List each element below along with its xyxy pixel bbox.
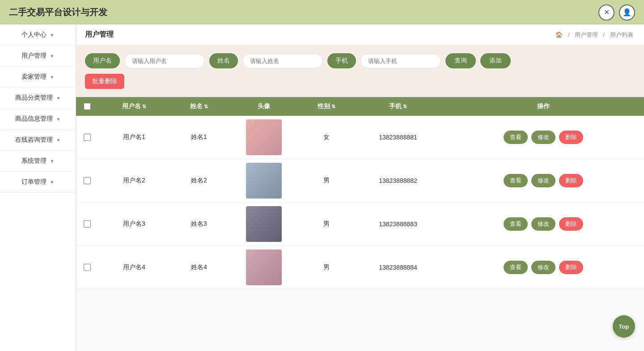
table-row: 用户名2 姓名2 男 13823888882 查看 修改 删除 (76, 159, 644, 203)
close-icon[interactable]: ✕ (598, 4, 614, 21)
row1-gender: 女 (300, 133, 353, 141)
row1-edit-button[interactable]: 修改 (531, 131, 555, 144)
row3-delete-button[interactable]: 删除 (559, 217, 583, 231)
user-table: 用户名 ⇅ 姓名 ⇅ 头像 性别 ⇅ 手机 ⇅ 操作 (76, 97, 644, 289)
th-avatar: 头像 (228, 102, 300, 110)
row3-name: 姓名3 (170, 220, 228, 228)
sort-name-icon[interactable]: ⇅ (204, 104, 208, 109)
sort-phone-icon[interactable]: ⇅ (403, 104, 407, 109)
avatar-img (246, 250, 282, 285)
row4-edit-button[interactable]: 修改 (531, 261, 555, 274)
breadcrumb-home: 🏠 (555, 31, 563, 38)
row2-view-button[interactable]: 查看 (504, 174, 528, 187)
select-all-checkbox[interactable] (84, 103, 91, 110)
row3-checkbox[interactable] (84, 220, 91, 228)
main-layout: 个人中心 ▼ 用户管理 ▼ 卖家管理 ▼ 商品分类管理 ▼ 商品信息管理 ▼ 在… (0, 25, 644, 351)
app-title: 二手交易平台设计与开发 (9, 6, 107, 18)
avatar-img (246, 206, 282, 242)
sidebar-item-consult-mgmt[interactable]: 在线咨询管理 ▼ (0, 130, 76, 151)
sidebar-item-user-mgmt[interactable]: 用户管理 ▼ (0, 46, 76, 67)
scroll-to-top-button[interactable]: Top (613, 315, 635, 338)
sidebar-item-seller-mgmt[interactable]: 卖家管理 ▼ (0, 67, 76, 88)
page-title: 用户管理 (85, 30, 114, 39)
row4-phone: 13823888884 (353, 264, 443, 271)
search-area: 用户名 姓名 手机 查询 添加 批量删除 (76, 45, 644, 97)
phone-label: 手机 (327, 53, 356, 68)
breadcrumb-level2: 用户列表 (610, 31, 633, 38)
row4-avatar (228, 250, 300, 285)
chevron-down-icon: ▼ (50, 33, 54, 38)
table-row: 用户名1 姓名1 女 13823888881 查看 修改 删除 (76, 116, 644, 159)
sidebar-item-system-mgmt[interactable]: 系统管理 ▼ (0, 151, 76, 172)
row3-phone: 13823888883 (353, 220, 443, 228)
chevron-down-icon: ▼ (56, 96, 60, 101)
row3-view-button[interactable]: 查看 (504, 217, 528, 231)
sidebar: 个人中心 ▼ 用户管理 ▼ 卖家管理 ▼ 商品分类管理 ▼ 商品信息管理 ▼ 在… (0, 25, 76, 351)
th-username: 用户名 ⇅ (98, 102, 170, 110)
row2-check (76, 177, 98, 184)
table-row: 用户名4 姓名4 男 13823888884 查看 修改 删除 (76, 246, 644, 289)
row3-avatar (228, 206, 300, 242)
row4-view-button[interactable]: 查看 (504, 261, 528, 274)
row1-view-button[interactable]: 查看 (504, 131, 528, 144)
row1-username: 用户名1 (98, 133, 170, 141)
table-header: 用户名 ⇅ 姓名 ⇅ 头像 性别 ⇅ 手机 ⇅ 操作 (76, 97, 644, 116)
row1-checkbox[interactable] (84, 134, 91, 141)
row1-phone: 13823888881 (353, 134, 443, 141)
row4-checkbox[interactable] (84, 264, 91, 271)
row3-actions: 查看 修改 删除 (443, 217, 644, 231)
row2-delete-button[interactable]: 删除 (559, 174, 583, 187)
search-row: 用户名 姓名 手机 查询 添加 (85, 53, 635, 68)
chevron-down-icon: ▼ (50, 180, 54, 185)
query-button[interactable]: 查询 (445, 53, 476, 68)
sidebar-item-product-mgmt[interactable]: 商品信息管理 ▼ (0, 109, 76, 130)
th-phone: 手机 ⇅ (353, 102, 443, 110)
th-check (76, 103, 98, 110)
sort-username-icon[interactable]: ⇅ (142, 104, 146, 109)
row2-avatar (228, 163, 300, 199)
row3-edit-button[interactable]: 修改 (531, 217, 555, 231)
chevron-down-icon: ▼ (50, 75, 54, 80)
th-name: 姓名 ⇅ (170, 102, 228, 110)
row2-edit-button[interactable]: 修改 (531, 174, 555, 187)
sort-gender-icon[interactable]: ⇅ (331, 104, 335, 109)
row3-check (76, 220, 98, 228)
main-content: 用户管理 🏠 / 用户管理 / 用户列表 用户名 姓名 手机 查询 添加 (76, 25, 644, 351)
row4-username: 用户名4 (98, 263, 170, 271)
username-input[interactable] (124, 54, 205, 68)
username-label: 用户名 (85, 53, 120, 68)
row4-check (76, 264, 98, 271)
row1-name: 姓名1 (170, 133, 228, 141)
row3-username: 用户名3 (98, 220, 170, 228)
chevron-down-icon: ▼ (50, 54, 54, 59)
app-header: 二手交易平台设计与开发 ✕ 👤 (0, 0, 644, 25)
batch-actions: 批量删除 (85, 68, 635, 89)
row4-actions: 查看 修改 删除 (443, 261, 644, 274)
user-icon[interactable]: 👤 (619, 4, 635, 21)
avatar-img (246, 119, 282, 155)
row2-checkbox[interactable] (84, 177, 91, 184)
sidebar-item-personal[interactable]: 个人中心 ▼ (0, 25, 76, 46)
row4-delete-button[interactable]: 删除 (559, 261, 583, 274)
phone-input[interactable] (360, 54, 441, 68)
sidebar-item-category-mgmt[interactable]: 商品分类管理 ▼ (0, 88, 76, 109)
row4-name: 姓名4 (170, 263, 228, 271)
row1-check (76, 134, 98, 141)
row2-username: 用户名2 (98, 177, 170, 185)
breadcrumb-sep1: / (568, 31, 570, 38)
row1-avatar (228, 119, 300, 155)
breadcrumb: 🏠 / 用户管理 / 用户列表 (554, 31, 635, 39)
th-actions: 操作 (443, 102, 644, 110)
sidebar-item-order-mgmt[interactable]: 订单管理 ▼ (0, 172, 76, 193)
row1-delete-button[interactable]: 删除 (559, 131, 583, 144)
page-header: 用户管理 🏠 / 用户管理 / 用户列表 (76, 25, 644, 45)
th-gender: 性别 ⇅ (300, 102, 353, 110)
breadcrumb-level1: 用户管理 (575, 31, 598, 38)
chevron-down-icon: ▼ (56, 138, 60, 143)
row4-gender: 男 (300, 263, 353, 271)
add-button[interactable]: 添加 (480, 53, 511, 68)
name-input[interactable] (242, 54, 323, 68)
header-icons: ✕ 👤 (598, 4, 635, 21)
row2-gender: 男 (300, 177, 353, 185)
batch-delete-button[interactable]: 批量删除 (85, 74, 124, 89)
